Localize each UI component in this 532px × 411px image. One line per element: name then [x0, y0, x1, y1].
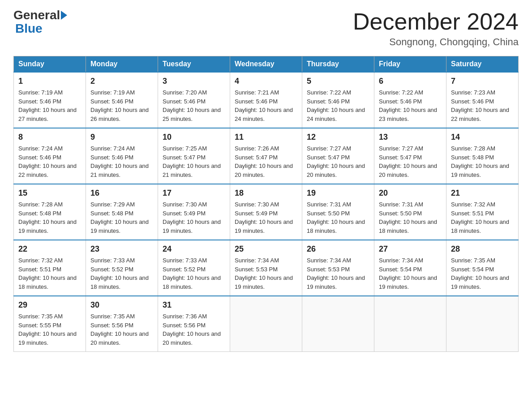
- sunrise-info: Sunrise: 7:32 AM: [451, 201, 495, 208]
- calendar-cell: 19 Sunrise: 7:31 AM Sunset: 5:50 PM Dayl…: [302, 184, 374, 240]
- weekday-header-thursday: Thursday: [302, 56, 374, 73]
- sunset-info: Sunset: 5:48 PM: [18, 210, 61, 217]
- sunrise-info: Sunrise: 7:19 AM: [90, 89, 135, 96]
- daylight-info: Daylight: 10 hours and 21 minutes.: [90, 163, 149, 178]
- calendar-cell: [446, 296, 519, 352]
- sunrise-info: Sunrise: 7:22 AM: [379, 89, 423, 96]
- sunrise-info: Sunrise: 7:26 AM: [235, 145, 279, 152]
- sunset-info: Sunset: 5:46 PM: [307, 98, 350, 105]
- calendar-cell: 6 Sunrise: 7:22 AM Sunset: 5:46 PM Dayli…: [374, 72, 446, 128]
- daylight-info: Daylight: 10 hours and 18 minutes.: [90, 274, 149, 290]
- sunset-info: Sunset: 5:47 PM: [307, 154, 350, 161]
- calendar-cell: 28 Sunrise: 7:35 AM Sunset: 5:54 PM Dayl…: [446, 240, 519, 296]
- day-number: 8: [18, 131, 81, 143]
- daylight-info: Daylight: 10 hours and 26 minutes.: [90, 107, 149, 122]
- sunrise-info: Sunrise: 7:28 AM: [18, 201, 63, 208]
- calendar-cell: 4 Sunrise: 7:21 AM Sunset: 5:46 PM Dayli…: [230, 72, 302, 128]
- daylight-info: Daylight: 10 hours and 22 minutes.: [451, 107, 509, 122]
- sunrise-info: Sunrise: 7:36 AM: [163, 313, 207, 320]
- daylight-info: Daylight: 10 hours and 18 minutes.: [379, 218, 437, 234]
- day-number: 26: [307, 243, 369, 255]
- sunset-info: Sunset: 5:47 PM: [163, 154, 206, 161]
- calendar-cell: 5 Sunrise: 7:22 AM Sunset: 5:46 PM Dayli…: [302, 72, 374, 128]
- sunset-info: Sunset: 5:47 PM: [379, 154, 422, 161]
- daylight-info: Daylight: 10 hours and 20 minutes.: [90, 330, 149, 346]
- calendar-cell: 30 Sunrise: 7:35 AM Sunset: 5:56 PM Dayl…: [86, 296, 158, 352]
- day-number: 19: [307, 187, 369, 199]
- sunrise-info: Sunrise: 7:24 AM: [90, 145, 135, 152]
- day-number: 16: [90, 187, 153, 199]
- sunrise-info: Sunrise: 7:33 AM: [90, 257, 135, 264]
- sunrise-info: Sunrise: 7:31 AM: [307, 201, 351, 208]
- sunrise-info: Sunrise: 7:27 AM: [307, 145, 351, 152]
- sunset-info: Sunset: 5:48 PM: [90, 210, 133, 217]
- day-number: 13: [379, 131, 442, 143]
- sunset-info: Sunset: 5:46 PM: [163, 98, 206, 105]
- calendar-cell: 2 Sunrise: 7:19 AM Sunset: 5:46 PM Dayli…: [86, 72, 158, 128]
- title-area: December 2024 Songnong, Chongqing, China: [353, 9, 519, 48]
- calendar-cell: 21 Sunrise: 7:32 AM Sunset: 5:51 PM Dayl…: [446, 184, 519, 240]
- daylight-info: Daylight: 10 hours and 20 minutes.: [379, 163, 437, 178]
- calendar-cell: 11 Sunrise: 7:26 AM Sunset: 5:47 PM Dayl…: [230, 128, 302, 184]
- day-number: 29: [18, 299, 81, 311]
- sunset-info: Sunset: 5:51 PM: [18, 266, 61, 273]
- daylight-info: Daylight: 10 hours and 19 minutes.: [451, 163, 509, 178]
- calendar-cell: 17 Sunrise: 7:30 AM Sunset: 5:49 PM Dayl…: [158, 184, 230, 240]
- day-number: 9: [90, 131, 153, 143]
- sunrise-info: Sunrise: 7:35 AM: [90, 313, 135, 320]
- sunrise-info: Sunrise: 7:31 AM: [379, 201, 423, 208]
- day-number: 25: [235, 243, 297, 255]
- weekday-header-sunday: Sunday: [14, 56, 86, 73]
- daylight-info: Daylight: 10 hours and 18 minutes.: [163, 274, 221, 290]
- sunrise-info: Sunrise: 7:29 AM: [90, 201, 135, 208]
- sunset-info: Sunset: 5:46 PM: [18, 154, 61, 161]
- weekday-header-tuesday: Tuesday: [158, 56, 230, 73]
- daylight-info: Daylight: 10 hours and 19 minutes.: [235, 274, 293, 290]
- calendar-cell: 22 Sunrise: 7:32 AM Sunset: 5:51 PM Dayl…: [14, 240, 86, 296]
- weekday-header-row: SundayMondayTuesdayWednesdayThursdayFrid…: [14, 56, 519, 73]
- daylight-info: Daylight: 10 hours and 25 minutes.: [163, 107, 221, 122]
- sunset-info: Sunset: 5:56 PM: [90, 322, 133, 329]
- sunrise-info: Sunrise: 7:27 AM: [379, 145, 423, 152]
- weekday-header-monday: Monday: [86, 56, 158, 73]
- sunset-info: Sunset: 5:55 PM: [18, 322, 61, 329]
- logo: General Blue: [13, 9, 68, 36]
- weekday-header-friday: Friday: [374, 56, 446, 73]
- calendar-cell: 14 Sunrise: 7:28 AM Sunset: 5:48 PM Dayl…: [446, 128, 519, 184]
- sunset-info: Sunset: 5:54 PM: [379, 266, 422, 273]
- calendar-cell: 25 Sunrise: 7:34 AM Sunset: 5:53 PM Dayl…: [230, 240, 302, 296]
- day-number: 17: [163, 187, 225, 199]
- daylight-info: Daylight: 10 hours and 27 minutes.: [18, 107, 77, 122]
- sunset-info: Sunset: 5:53 PM: [235, 266, 278, 273]
- sunrise-info: Sunrise: 7:30 AM: [235, 201, 279, 208]
- sunset-info: Sunset: 5:51 PM: [451, 210, 494, 217]
- daylight-info: Daylight: 10 hours and 19 minutes.: [379, 274, 437, 290]
- sunrise-info: Sunrise: 7:35 AM: [18, 313, 63, 320]
- sunrise-info: Sunrise: 7:24 AM: [18, 145, 63, 152]
- daylight-info: Daylight: 10 hours and 19 minutes.: [235, 218, 293, 234]
- calendar-cell: 8 Sunrise: 7:24 AM Sunset: 5:46 PM Dayli…: [14, 128, 86, 184]
- day-number: 28: [451, 243, 514, 255]
- day-number: 21: [451, 187, 514, 199]
- sunrise-info: Sunrise: 7:28 AM: [451, 145, 495, 152]
- calendar-table: SundayMondayTuesdayWednesdayThursdayFrid…: [13, 56, 519, 352]
- daylight-info: Daylight: 10 hours and 23 minutes.: [379, 107, 437, 122]
- sunrise-info: Sunrise: 7:22 AM: [307, 89, 351, 96]
- day-number: 23: [90, 243, 153, 255]
- calendar-cell: 13 Sunrise: 7:27 AM Sunset: 5:47 PM Dayl…: [374, 128, 446, 184]
- day-number: 2: [90, 75, 153, 87]
- daylight-info: Daylight: 10 hours and 18 minutes.: [307, 218, 365, 234]
- calendar-cell: 31 Sunrise: 7:36 AM Sunset: 5:56 PM Dayl…: [158, 296, 230, 352]
- sunrise-info: Sunrise: 7:33 AM: [163, 257, 207, 264]
- day-number: 27: [379, 243, 442, 255]
- sunset-info: Sunset: 5:47 PM: [235, 154, 278, 161]
- weekday-header-wednesday: Wednesday: [230, 56, 302, 73]
- day-number: 22: [18, 243, 81, 255]
- day-number: 4: [235, 75, 297, 87]
- sunset-info: Sunset: 5:46 PM: [90, 98, 133, 105]
- sunrise-info: Sunrise: 7:21 AM: [235, 89, 279, 96]
- day-number: 11: [235, 131, 297, 143]
- calendar-cell: 27 Sunrise: 7:34 AM Sunset: 5:54 PM Dayl…: [374, 240, 446, 296]
- sunset-info: Sunset: 5:54 PM: [451, 266, 494, 273]
- week-row-4: 22 Sunrise: 7:32 AM Sunset: 5:51 PM Dayl…: [14, 240, 519, 296]
